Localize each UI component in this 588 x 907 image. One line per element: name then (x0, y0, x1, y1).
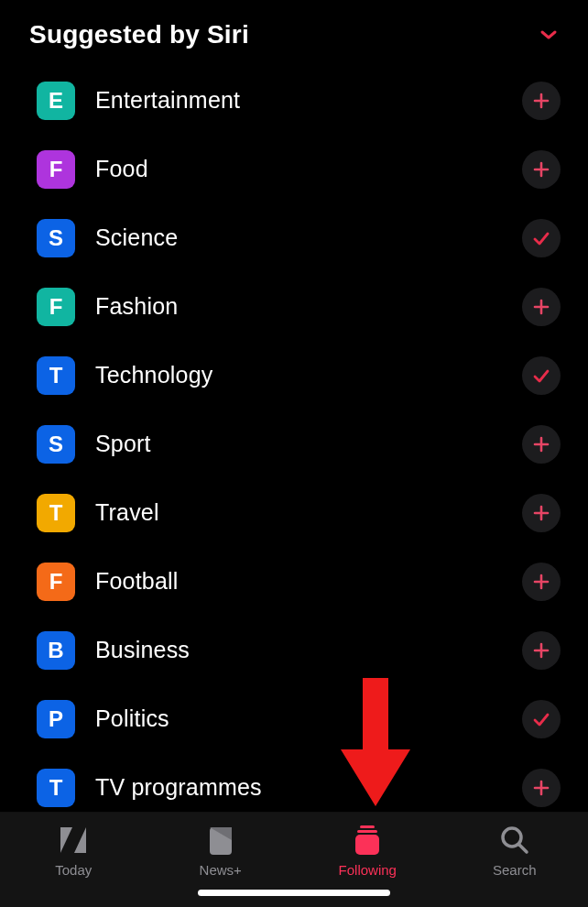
add-topic-button[interactable] (522, 288, 561, 326)
section-header-suggested[interactable]: Suggested by Siri (26, 0, 562, 66)
topic-row[interactable]: FFood (37, 135, 562, 203)
topic-badge: T (37, 769, 75, 807)
topic-row[interactable]: BBusiness (37, 616, 562, 684)
tab-today[interactable]: Today (0, 822, 147, 878)
topic-badge: T (37, 356, 75, 395)
tab-label-following: Following (339, 862, 397, 878)
tab-label-newsplus: News+ (200, 862, 242, 878)
topic-badge: F (37, 563, 75, 601)
topic-label: Sport (75, 431, 522, 457)
followed-check-button[interactable] (522, 700, 561, 738)
topic-label: Travel (75, 499, 522, 526)
add-topic-button[interactable] (522, 425, 561, 464)
add-topic-button[interactable] (522, 563, 561, 601)
topic-badge: P (37, 700, 75, 738)
add-topic-button[interactable] (522, 631, 561, 670)
topic-row[interactable]: FFashion (37, 272, 562, 341)
topic-badge: T (37, 494, 75, 532)
topic-row[interactable]: SScience (37, 203, 562, 272)
topic-row[interactable]: FFootball (37, 547, 562, 616)
topic-label: Food (75, 156, 522, 182)
tab-newsplus[interactable]: News+ (147, 822, 295, 878)
svg-marker-16 (60, 827, 72, 853)
topic-row[interactable]: PPolitics (37, 684, 562, 753)
add-topic-button[interactable] (522, 150, 561, 189)
topic-row[interactable]: TTV programmes (37, 753, 562, 812)
topic-badge: B (37, 631, 75, 670)
svg-rect-19 (360, 825, 375, 828)
topic-row[interactable]: TTravel (37, 478, 562, 547)
search-icon (496, 822, 533, 858)
svg-rect-21 (355, 835, 379, 855)
tab-label-search: Search (493, 862, 537, 878)
newsplus-icon (202, 822, 239, 858)
add-topic-button[interactable] (522, 82, 561, 120)
topic-label: Football (75, 568, 522, 595)
tab-label-today: Today (55, 862, 92, 878)
topic-badge: S (37, 425, 75, 464)
svg-marker-17 (74, 827, 86, 853)
topic-label: Business (75, 637, 522, 663)
today-icon (55, 822, 92, 858)
topic-label: Fashion (75, 293, 522, 320)
following-icon (349, 822, 386, 858)
topic-label: Technology (75, 362, 522, 388)
tab-following[interactable]: Following (294, 822, 441, 878)
home-indicator[interactable] (198, 890, 390, 896)
topic-badge: E (37, 82, 75, 120)
topic-row[interactable]: TTechnology (37, 341, 562, 410)
topic-label: Science (75, 224, 522, 251)
chevron-down-icon (539, 25, 559, 45)
topic-badge: F (37, 150, 75, 189)
add-topic-button[interactable] (522, 769, 561, 807)
tab-search[interactable]: Search (441, 822, 589, 878)
topic-label: TV programmes (75, 774, 522, 801)
svg-rect-20 (357, 830, 377, 833)
topic-badge: S (37, 219, 75, 257)
followed-check-button[interactable] (522, 219, 561, 257)
topic-row[interactable]: EEntertainment (37, 66, 562, 135)
followed-check-button[interactable] (522, 356, 561, 395)
topic-badge: F (37, 288, 75, 326)
content-scroll[interactable]: Suggested by Siri EEntertainmentFFoodSSc… (0, 0, 588, 812)
suggested-list: EEntertainmentFFoodSScienceFFashionTTech… (26, 66, 562, 812)
section-title-suggested: Suggested by Siri (29, 20, 249, 49)
add-topic-button[interactable] (522, 494, 561, 532)
topic-row[interactable]: SSport (37, 410, 562, 478)
svg-line-23 (519, 845, 527, 852)
topic-label: Entertainment (75, 87, 522, 114)
topic-label: Politics (75, 705, 522, 732)
